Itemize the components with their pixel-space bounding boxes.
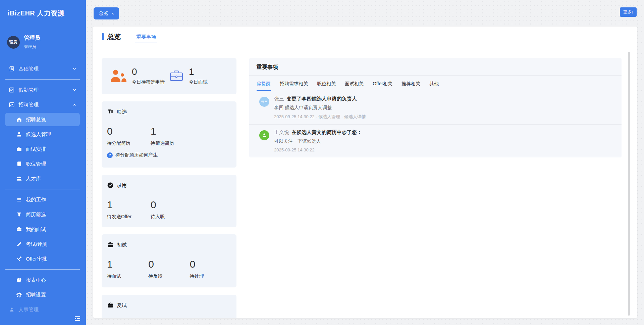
pen-icon: [16, 241, 22, 247]
tab-position[interactable]: 职位相关: [317, 81, 336, 91]
notification-user: 张三: [274, 96, 284, 101]
hire-card: 录用 1 待发送Offer 0 待入职: [102, 175, 236, 227]
user-role: 管理员: [24, 44, 40, 50]
user-icon: [16, 131, 22, 137]
stat-today-screening: 0 今日待筛选申请: [107, 67, 169, 85]
tab-mentions[interactable]: @提醒: [257, 81, 271, 91]
metric: 0 待分配简历: [107, 126, 151, 146]
question-icon: [107, 152, 113, 158]
sidebar: iBizEHR 人力资源 理员 管理员 管理员 基础管理 假勤管理 招聘管理 招…: [0, 0, 86, 325]
close-icon[interactable]: ×: [111, 11, 114, 16]
user-profile[interactable]: 理员 管理员 管理员: [7, 35, 86, 50]
accent-bar: [102, 33, 104, 40]
notification-meta: 2025-09-25 14:30:22: [274, 147, 362, 152]
sidebar-item-offer-approval[interactable]: Offer审批: [0, 251, 86, 266]
check-circle-icon: [107, 182, 114, 189]
sidebar-item-my-work[interactable]: 我的工作: [0, 192, 86, 207]
tab-chip-label: 总览: [99, 10, 108, 16]
notification-item[interactable]: 张三 张三变更了李四候选人申请的负责人 李四 候选人申请负责人调整 2025-0…: [249, 91, 622, 125]
divider: [5, 189, 80, 189]
notification-message: 变更了李四候选人申请的负责人: [286, 96, 357, 101]
stat-today-interview: 1 今日面试: [169, 67, 231, 85]
app-logo: iBizEHR 人力资源: [0, 0, 86, 18]
contact-book-icon: [9, 66, 15, 72]
collapse-icon: [74, 315, 81, 322]
checklist-icon: [9, 87, 15, 93]
card-title: 筛选: [117, 109, 127, 115]
page-body: 0 今日待筛选申请 1 今日面试 筛: [93, 47, 637, 318]
filter-list-icon: [107, 108, 114, 115]
page-title: 总览: [107, 32, 121, 41]
avatar: [259, 130, 269, 140]
first-interview-card: 初试 1 待面试 0 待反馈 0 待处理: [102, 234, 236, 287]
screening-card: 筛选 0 待分配简历 1 待筛选简历 待分配简: [102, 101, 236, 168]
sidebar-item-recruit-overview[interactable]: 招聘总览: [5, 113, 80, 126]
tab-other[interactable]: 其他: [429, 81, 439, 91]
sidebar-item-resume-screening[interactable]: 简历筛选: [0, 207, 86, 222]
metric: 1 待筛选简历: [151, 126, 194, 146]
notification-user: 王文悦: [274, 129, 289, 135]
page-header: 总览 重要事项: [93, 27, 637, 47]
book-icon: [16, 161, 22, 167]
tab-interview[interactable]: 面试相关: [345, 81, 364, 91]
sidebar-item-hr-mgmt[interactable]: 人事管理: [0, 302, 86, 317]
topbar: 总览 × 更多↓: [86, 0, 644, 27]
sidebar-item-talent-pool[interactable]: 人才库: [0, 171, 86, 186]
gear-icon: [16, 292, 22, 298]
card-title: 初试: [117, 242, 127, 248]
people-icon: [109, 68, 127, 84]
notification-detail: 李四 候选人申请负责人调整: [274, 105, 366, 111]
card-title: 复试: [117, 302, 127, 309]
home-icon: [16, 117, 22, 123]
notification-message: 在候选人黄文的简历中@了您：: [291, 129, 362, 135]
avatar: 张三: [259, 97, 269, 107]
briefcase-icon: [107, 302, 114, 309]
today-stats-card: 0 今日待筛选申请 1 今日面试: [102, 58, 236, 94]
sidebar-item-recruit-settings[interactable]: 招聘设置: [0, 287, 86, 302]
panel-tabs: @提醒 招聘需求相关 职位相关 面试相关 Offer相关 推荐相关 其他: [249, 76, 622, 91]
person-icon: [9, 307, 15, 313]
sidebar-item-recruit-mgmt[interactable]: 招聘管理: [0, 97, 86, 112]
user-name: 管理员: [24, 35, 40, 42]
divider: [5, 79, 80, 80]
chevron-down-icon: [72, 66, 77, 71]
divider: [5, 269, 80, 270]
sidebar-item-attendance-mgmt[interactable]: 假勤管理: [0, 83, 86, 97]
sidebar-collapse-button[interactable]: [74, 315, 81, 322]
sidebar-item-exam-evaluation[interactable]: 考试/评测: [0, 237, 86, 251]
second-interview-card: 复试: [102, 295, 236, 318]
team-icon: [16, 176, 22, 182]
trend-chart-icon: [9, 102, 15, 108]
avatar: 理员: [7, 36, 20, 49]
sidebar-item-report-center[interactable]: 报表中心: [0, 273, 86, 287]
metric: 0 待反馈: [148, 259, 190, 279]
content-card: 总览 重要事项 0 今日待筛选申请: [93, 27, 637, 318]
main-area: 总览 × 更多↓ 总览 重要事项 0 今日待筛选申请: [86, 0, 644, 325]
sidebar-item-my-interviews[interactable]: 我的面试: [0, 222, 86, 237]
briefcase-icon: [107, 241, 114, 248]
help-link[interactable]: 待分配简历如何产生: [107, 152, 231, 158]
scrollbar[interactable]: [628, 52, 630, 316]
chevron-down-icon: [72, 88, 77, 92]
sidebar-item-candidate-mgmt[interactable]: 候选人管理: [0, 127, 86, 142]
sidebar-item-basic-mgmt[interactable]: 基础管理: [0, 61, 86, 76]
tab-offer[interactable]: Offer相关: [373, 81, 392, 91]
notification-item[interactable]: 王文悦在候选人黄文的简历中@了您： 可以关注一下该候选人 2025-09-25 …: [249, 125, 622, 157]
menu-lines-icon: [16, 197, 22, 203]
metric: 1 待发送Offer: [107, 199, 151, 220]
sidebar-item-interview-schedule[interactable]: 面试安排: [0, 142, 86, 156]
tab-chip-overview[interactable]: 总览 ×: [94, 7, 119, 19]
stat-value: 1: [189, 67, 208, 77]
metric: 0 待处理: [190, 259, 231, 279]
stat-value: 0: [132, 67, 165, 77]
tab-recruit-demand[interactable]: 招聘需求相关: [280, 81, 308, 91]
tab-recommend[interactable]: 推荐相关: [401, 81, 420, 91]
important-matters-panel: 重要事项 @提醒 招聘需求相关 职位相关 面试相关 Offer相关 推荐相关 其…: [249, 58, 622, 157]
metric: 0 待入职: [151, 199, 194, 220]
tab-important-matters[interactable]: 重要事项: [135, 34, 157, 43]
briefcase-icon: [16, 226, 22, 232]
stat-label: 今日待筛选申请: [132, 79, 165, 85]
more-button[interactable]: 更多↓: [620, 7, 637, 17]
sidebar-item-position-mgmt[interactable]: 职位管理: [0, 156, 86, 171]
person-icon: [261, 132, 267, 138]
